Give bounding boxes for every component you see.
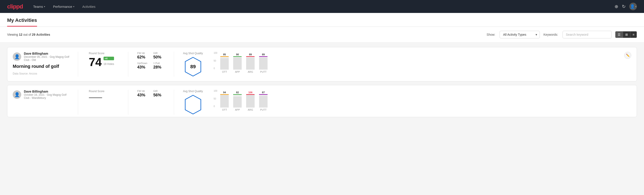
- view-list-button[interactable]: ≡: [630, 32, 637, 38]
- avatar: 👤: [13, 52, 21, 61]
- user-avatar[interactable]: 👤 ▾: [629, 3, 637, 10]
- add-icon[interactable]: ⊕: [614, 4, 618, 9]
- card-title: Morning round of golf: [13, 64, 71, 69]
- chart-label-app: APP: [233, 70, 242, 73]
- nav-activities[interactable]: Activities: [79, 3, 99, 10]
- svg-text:89: 89: [190, 64, 196, 70]
- view-list-dense-button[interactable]: ☰: [616, 32, 623, 38]
- y-label-100: 100: [214, 52, 217, 54]
- y-label-50: 50: [214, 60, 217, 62]
- bar-arg: 89: [246, 53, 254, 70]
- bar-putt: 89: [259, 53, 268, 70]
- chart-x-labels: OTT APP ARG PUTT: [214, 108, 630, 111]
- divider: [174, 90, 174, 115]
- card-user: 👤 Dave Billingham December 05, 2021 · Go…: [13, 52, 71, 62]
- avg-shot-quality: Avg Shot Quality 89: [181, 52, 205, 77]
- updown-value: 43%: [137, 65, 149, 70]
- svg-marker-2: [185, 95, 201, 114]
- fw-hit-value: 43%: [137, 93, 149, 98]
- card-info: 👤 Dave Billingham October 16, 2021 · Gog…: [13, 90, 71, 115]
- bar-ott: 85: [220, 53, 229, 70]
- round-score: Round Score: [85, 90, 121, 115]
- activity-type-select-wrapper: All Activity Types: [500, 31, 540, 38]
- score-label: Round Score: [89, 52, 117, 55]
- teams-chevron-icon: ▾: [44, 5, 45, 8]
- show-label: Show:: [487, 33, 496, 36]
- user-date: December 05, 2021 · Gog Magog Golf Club …: [24, 55, 71, 62]
- one-putt-value: 28%: [153, 65, 165, 70]
- page-header: My Activities: [0, 13, 644, 27]
- activities-content: 👤 Dave Billingham December 05, 2021 · Go…: [0, 42, 644, 125]
- chart-label-putt: PUTT: [259, 70, 268, 73]
- chart-label-arg: ARG: [246, 70, 254, 73]
- view-grid-button[interactable]: ⊞: [623, 32, 630, 38]
- activity-type-select[interactable]: All Activity Types: [500, 31, 540, 38]
- updown-label: Up/Down: [137, 62, 149, 64]
- avg-shot-quality: Avg Shot Quality: [181, 90, 205, 115]
- quality-hexagon: [184, 94, 202, 115]
- user-info: Dave Billingham December 05, 2021 · Gog …: [24, 52, 71, 62]
- card-chart: 100 50 0 94: [212, 90, 631, 115]
- one-putt-stat: 1 Putt 28%: [153, 62, 165, 70]
- quality-label: Avg Shot Quality: [183, 90, 203, 93]
- user-date: October 16, 2021 · Gog Magog Golf Club -…: [24, 93, 71, 100]
- pencil-icon: ✏️: [626, 54, 630, 57]
- search-input[interactable]: [562, 31, 612, 38]
- gir-value: 50%: [153, 55, 165, 60]
- user-avatar-icon: 👤: [14, 54, 20, 59]
- card-user: 👤 Dave Billingham October 16, 2021 · Gog…: [13, 90, 71, 100]
- one-putt-label: 1 Putt: [153, 62, 165, 64]
- performance-chevron-icon: ▾: [73, 5, 74, 8]
- fw-hit-label: FW Hit: [137, 52, 149, 54]
- gir-label: GIR: [153, 90, 165, 92]
- edit-button[interactable]: ✏️: [624, 52, 631, 59]
- bar-app: 90: [233, 53, 242, 70]
- bar-app: 82: [233, 91, 242, 108]
- score-label: Round Score: [89, 90, 117, 93]
- card-stats: FW Hit 62% GIR 50% Up/Down 43% 1 Putt 28…: [136, 52, 167, 77]
- nav-teams[interactable]: Teams ▾: [30, 3, 48, 10]
- quality-hexagon: 89: [184, 57, 202, 77]
- chart-x-labels: OTT APP ARG PUTT: [214, 70, 615, 73]
- card-chart: 100 50 0 85: [212, 52, 617, 77]
- gir-stat: GIR 50%: [153, 52, 165, 60]
- card-source: Data Source: Arccos: [13, 72, 71, 75]
- gir-label: GIR: [153, 52, 165, 54]
- score-holes: 18 Holes: [104, 62, 114, 66]
- fw-hit-stat: FW Hit 43%: [137, 90, 149, 98]
- avatar: 👤: [13, 90, 21, 99]
- avatar-chevron-icon: ▾: [635, 5, 636, 8]
- user-name: Dave Billingham: [24, 90, 71, 93]
- card-stats: FW Hit 43% GIR 56%: [136, 90, 167, 115]
- fw-hit-label: FW Hit: [137, 90, 149, 92]
- filter-bar: Viewing 12 out of 29 Activities Show: Al…: [0, 27, 644, 42]
- avatar-icon: 👤: [630, 4, 635, 9]
- fw-hit-value: 62%: [137, 55, 149, 60]
- navbar: clippd Teams ▾ Performance ▾ Activities …: [0, 0, 644, 13]
- user-name: Dave Billingham: [24, 52, 71, 55]
- divider: [174, 52, 174, 77]
- keywords-label: Keywords:: [543, 33, 558, 36]
- bar-ott: 94: [220, 91, 229, 108]
- brand-logo[interactable]: clippd: [7, 3, 23, 10]
- activity-card: 👤 Dave Billingham December 05, 2021 · Go…: [7, 47, 637, 82]
- viewing-text: Viewing 12 out of 29 Activities: [7, 33, 483, 36]
- user-avatar-icon: 👤: [14, 92, 20, 97]
- gir-stat: GIR 56%: [153, 90, 165, 98]
- gir-value: 56%: [153, 93, 165, 98]
- bar-putt: 87: [259, 91, 268, 108]
- bar-arg: 106: [246, 91, 254, 108]
- user-info: Dave Billingham October 16, 2021 · Gog M…: [24, 90, 71, 100]
- bar-groups: 85 90: [220, 52, 268, 70]
- refresh-icon[interactable]: ↻: [622, 4, 626, 9]
- quality-label: Avg Shot Quality: [183, 52, 203, 55]
- round-score: Round Score 74 +4 18 Holes: [85, 52, 121, 77]
- divider: [128, 52, 128, 77]
- nav-right-actions: ⊕ ↻ 👤 ▾: [614, 3, 637, 10]
- score-number: 74: [89, 56, 102, 68]
- activity-card: 👤 Dave Billingham October 16, 2021 · Gog…: [7, 85, 637, 117]
- page-title: My Activities: [7, 18, 37, 26]
- bar-groups: 94 82: [220, 90, 268, 108]
- nav-performance[interactable]: Performance ▾: [50, 3, 78, 10]
- score-dash: [89, 97, 102, 98]
